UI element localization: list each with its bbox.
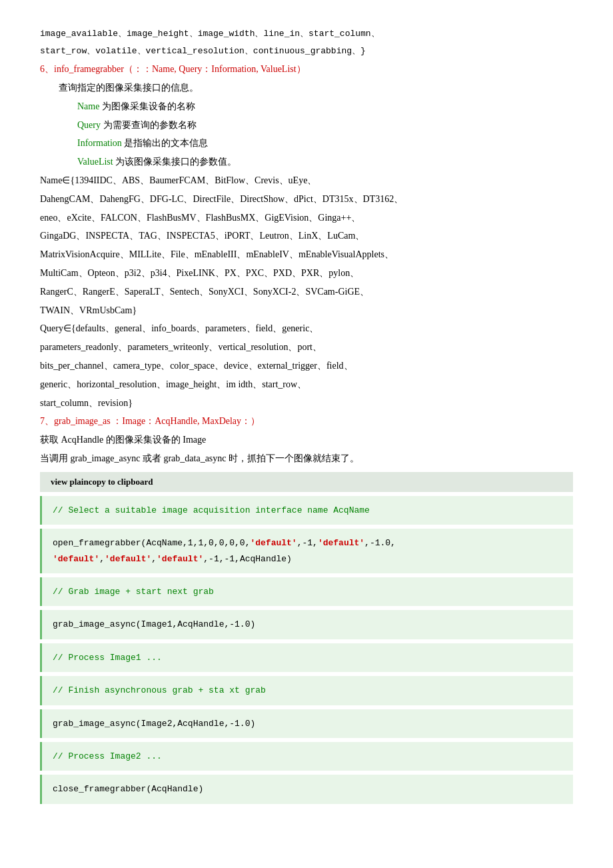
code-comma2: , bbox=[151, 554, 157, 564]
code-default4: 'default' bbox=[105, 554, 151, 564]
query-values-line2: parameters_readonly、parameters_writeonly… bbox=[40, 339, 573, 355]
intro-line2: start_row、volatile、vertical_resolution、c… bbox=[40, 44, 573, 59]
param-info-row: Information 是指输出的文本信息 bbox=[40, 135, 573, 151]
code-block-9: close_framegrabber(AcqHandle) bbox=[40, 775, 573, 803]
query-values-line4: generic、horizontal_resolution、image_heig… bbox=[40, 377, 573, 393]
code-block-2: open_framegrabber(AcqName,1,1,0,0,0,0,'d… bbox=[40, 529, 573, 573]
section6-desc: 查询指定的图像采集接口的信息。 bbox=[40, 80, 573, 96]
code-block-5: // Process Image1 ... bbox=[40, 643, 573, 672]
code-comment5: // Process Image2 ... bbox=[53, 751, 162, 761]
code-open-framegrabber: open_framegrabber(AcqName,1,1,0,0,0,0, bbox=[53, 538, 250, 548]
code-block-6: // Finish asynchronous grab + sta xt gra… bbox=[40, 676, 573, 705]
code-comment4: // Finish asynchronous grab + sta xt gra… bbox=[53, 685, 266, 695]
param-info-label: Information bbox=[77, 138, 122, 148]
name-values-line5: MatrixVisionAcquire、MILLite、File、mEnable… bbox=[40, 247, 573, 263]
code-grab2: grab_image_async(Image2,AcqHandle,-1.0) bbox=[53, 719, 255, 729]
name-values-line3: eneo、eXcite、FALCON、FlashBusMV、FlashBusMX… bbox=[40, 210, 573, 226]
code-block-7: grab_image_async(Image2,AcqHandle,-1.0) bbox=[40, 709, 573, 738]
param-valuelist-label: ValueList bbox=[77, 157, 113, 167]
code-open-part3: ,-1.0, bbox=[364, 538, 396, 548]
query-values-line3: bits_per_channel、camera_type、color_space… bbox=[40, 358, 573, 374]
section6-header: 6、info_framegrabber（：：Name, Query：Inform… bbox=[40, 61, 573, 77]
intro-line1: image_available、image_height、image_width… bbox=[40, 27, 573, 41]
code-default5: 'default' bbox=[157, 554, 203, 564]
name-values-line2: DahengCAM、DahengFG、DFG-LC、DirectFile、Dir… bbox=[40, 191, 573, 207]
param-valuelist-row: ValueList 为该图像采集接口的参数值。 bbox=[40, 154, 573, 170]
code-open-end: ,-1,-1,AcqHandle) bbox=[203, 554, 292, 564]
code-default3: 'default' bbox=[53, 554, 99, 564]
name-values-line7: RangerC、RangerE、SaperaLT、Sentech、SonyXCI… bbox=[40, 284, 573, 300]
section7-desc2: 当调用 grab_image_async 或者 grab_data_async … bbox=[40, 451, 573, 467]
code-comment2: // Grab image + start next grab bbox=[53, 587, 214, 597]
section7-header: 7、grab_image_as ：Image：AcqHandle, MaxDel… bbox=[40, 413, 573, 429]
param-query-label: Query bbox=[77, 120, 101, 130]
section7-desc1: 获取 AcqHandle 的图像采集设备的 Image bbox=[40, 432, 573, 448]
name-values-line6: MultiCam、Opteon、p3i2、p3i4、PixeLINK、PX、PX… bbox=[40, 265, 573, 281]
code-comma1: , bbox=[99, 554, 105, 564]
code-close: close_framegrabber(AcqHandle) bbox=[53, 784, 203, 794]
code-block-4: grab_image_async(Image1,AcqHandle,-1.0) bbox=[40, 610, 573, 639]
code-default2: 'default' bbox=[318, 538, 364, 548]
param-query-row: Query 为需要查询的参数名称 bbox=[40, 117, 573, 133]
code-block-3: // Grab image + start next grab bbox=[40, 577, 573, 606]
query-values-line1: Query∈{defaults、general、info_boards、para… bbox=[40, 321, 573, 337]
code-comment3: // Process Image1 ... bbox=[53, 653, 162, 663]
code-comment1: // Select a suitable image acquisition i… bbox=[53, 505, 370, 515]
param-name-label: Name bbox=[77, 101, 99, 111]
code-block-8: // Process Image2 ... bbox=[40, 742, 573, 771]
name-values-line1: Name∈{1394IIDC、ABS、BaumerFCAM、BitFlow、Cr… bbox=[40, 173, 573, 189]
code-open-part2: ,-1, bbox=[297, 538, 318, 548]
code-block-1: // Select a suitable image acquisition i… bbox=[40, 496, 573, 525]
param-name-row: Name 为图像采集设备的名称 bbox=[40, 99, 573, 115]
code-grab1: grab_image_async(Image1,AcqHandle,-1.0) bbox=[53, 619, 255, 629]
code-default1: 'default' bbox=[250, 538, 297, 548]
view-plaincopy-bar[interactable]: view plaincopy to clipboard bbox=[40, 472, 573, 492]
name-values-line8: TWAIN、VRmUsbCam} bbox=[40, 303, 573, 319]
name-values-line4: GingaDG、INSPECTA、TAG、INSPECTA5、iPORT、Leu… bbox=[40, 228, 573, 244]
query-values-line5: start_column、revision} bbox=[40, 395, 573, 411]
